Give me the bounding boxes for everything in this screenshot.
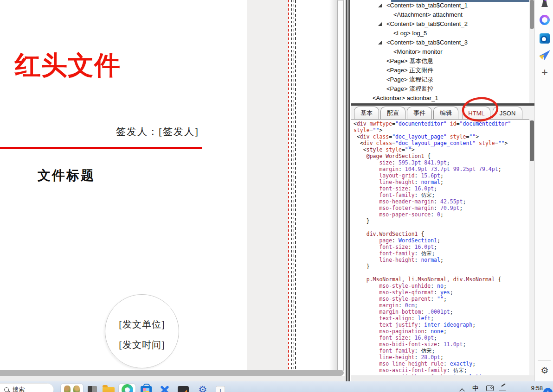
sidebar-divider xyxy=(538,360,551,360)
code-line: line-height: normal; xyxy=(354,179,528,185)
tab-事件[interactable]: 事件 xyxy=(407,107,432,119)
code-line: page: WordSection1; xyxy=(354,237,528,244)
code-line: <div mwftype="documenteditor" id="docume… xyxy=(354,120,528,127)
sidebar-settings-gear-icon[interactable]: ⚙ xyxy=(539,364,551,376)
tree-item-label: <Content> tab_tab$Content_3 xyxy=(386,38,468,47)
tab-JSON[interactable]: JSON xyxy=(493,107,522,119)
panel-bottom-strip xyxy=(351,375,534,381)
games-icon[interactable] xyxy=(539,0,551,7)
text-tool-icon[interactable]: T xyxy=(214,384,226,392)
media-app-icon[interactable] xyxy=(177,384,189,392)
drop-icon[interactable] xyxy=(539,49,551,61)
tree-item[interactable]: <Page> 正文附件 xyxy=(351,66,529,75)
code-line: mso-style-parent: ""; xyxy=(354,296,528,302)
tree-item[interactable]: <Attachment> attachment xyxy=(351,10,529,19)
code-line: margin: 104.9pt 73.7pt 99.25pt 79.4pt; xyxy=(354,166,528,172)
margin-guide-dark-dashed-2 xyxy=(295,0,296,370)
copilot-icon[interactable] xyxy=(539,14,551,26)
tree-scrollbar[interactable] xyxy=(529,0,534,103)
tree-item-label: <Page> 流程监控 xyxy=(386,84,433,94)
document-title: 文件标题 xyxy=(38,167,95,184)
expander-icon[interactable] xyxy=(378,4,382,7)
code-line: mso-header-margin: 42.55pt; xyxy=(354,198,528,205)
screen: 红头文件 签发人：[签发人] 文件标题 [发文单位] [发文时间] <Conte… xyxy=(0,0,553,392)
expander-icon[interactable] xyxy=(378,22,382,26)
tree-item[interactable]: <Actionbar> actionbar_1 xyxy=(351,94,529,103)
document-preview-pane[interactable]: 红头文件 签发人：[签发人] 文件标题 [发文单位] [发文时间] xyxy=(0,0,345,381)
tab-基本[interactable]: 基本 xyxy=(354,107,379,119)
code-line: margin-bottom: .0001pt; xyxy=(354,309,528,315)
code-line: mso-paper-source: 0; xyxy=(354,211,528,218)
code-scrollbar-thumb[interactable] xyxy=(530,120,534,161)
document-scrollbar-thumb[interactable] xyxy=(337,0,344,373)
tree-item[interactable]: <Content> tab_tab$Content_3 xyxy=(351,38,529,47)
tree-item-label: <Attachment> attachment xyxy=(393,10,463,19)
tree-scrollbar-thumb[interactable] xyxy=(530,0,534,29)
tree-item-label: <Content> tab_tab$Content_2 xyxy=(386,19,468,29)
code-line: <div class="doc_layout_page" style=""> xyxy=(354,133,528,140)
task-view-thumbnail-icon[interactable] xyxy=(61,384,83,392)
component-tree[interactable]: <Content> tab_tab$Content_1<Attachment> … xyxy=(351,0,529,103)
search-label: 搜索 xyxy=(13,386,25,392)
code-line: p.MsoNormal, li.MsoNormal, div.MsoNormal… xyxy=(354,276,528,283)
code-line: font-family: 仿宋; xyxy=(354,192,528,198)
code-line: font-family: 仿宋; xyxy=(354,250,528,257)
tree-item-label: <Monitor> monitor xyxy=(393,47,443,57)
code-scrollbar[interactable] xyxy=(529,119,534,375)
code-line: mso-style-qformat: yes; xyxy=(354,289,528,296)
pane-splitter[interactable] xyxy=(345,0,351,381)
tree-item-label: <Page> 基本信息 xyxy=(386,57,433,66)
code-line xyxy=(354,270,528,276)
code-line: layout-grid: 15.6pt; xyxy=(354,172,528,179)
code-line: font-size: 16.0pt; xyxy=(354,244,528,250)
tree-item[interactable]: <Page> 基本信息 xyxy=(351,57,529,66)
outlook-icon[interactable] xyxy=(539,32,551,44)
tree-item-label: <Page> 流程记录 xyxy=(386,75,433,84)
code-line xyxy=(354,224,528,231)
margin-guide-light-dashed xyxy=(293,0,294,370)
tree-item[interactable]: <Content> tab_tab$Content_2 xyxy=(351,19,529,29)
code-line: line-height: 28.0pt; xyxy=(354,354,528,360)
html-code-editor[interactable]: <div mwftype="documenteditor" id="docume… xyxy=(351,119,529,375)
touch-keyboard-icon[interactable] xyxy=(486,386,494,391)
dark-app-icon[interactable] xyxy=(86,384,98,392)
page-right-shadow xyxy=(329,0,337,370)
tab-编辑[interactable]: 编辑 xyxy=(433,107,458,119)
code-line: font-size: 16.0pt; xyxy=(354,185,528,192)
code-line: mso-style-unhide: no; xyxy=(354,283,528,289)
code-line: <style style=""> xyxy=(354,146,528,153)
clock[interactable]: 9:58 xyxy=(526,385,543,392)
tray-chevron-icon[interactable] xyxy=(457,384,467,392)
tree-item[interactable]: <Page> 流程记录 xyxy=(351,75,529,84)
browser-icon[interactable] xyxy=(119,384,135,392)
tree-item[interactable]: <Content> tab_tab$Content_1 xyxy=(351,1,529,10)
red-header-title: 红头文件 xyxy=(15,48,121,83)
add-sidebar-item-icon[interactable]: + xyxy=(539,66,551,78)
code-line: div.WordSection1 { xyxy=(354,231,528,237)
code-line: mso-footer-margin: 70.9pt; xyxy=(354,205,528,211)
tree-item[interactable]: <Log> log_5 xyxy=(351,29,529,38)
code-line: text-justify: inter-ideograph; xyxy=(354,322,528,328)
tab-HTML[interactable]: HTML xyxy=(463,107,490,119)
signer-line: 签发人：[签发人] xyxy=(116,125,199,138)
code-line: font-size: 16.0pt; xyxy=(354,335,528,341)
code-line: size: 595.3pt 841.9pt; xyxy=(354,159,528,166)
canvas-bottom-strip xyxy=(0,376,345,381)
blue-x-app-icon[interactable] xyxy=(159,384,171,392)
expander-icon[interactable] xyxy=(378,41,382,44)
pen-icon[interactable] xyxy=(499,386,506,391)
ime-indicator[interactable]: 中 xyxy=(472,385,479,392)
margin-guide-red-dashed xyxy=(288,0,289,370)
notification-badge[interactable]: 1 xyxy=(543,388,553,392)
page-bottom-shadow xyxy=(0,370,344,376)
tree-item[interactable]: <Page> 流程监控 xyxy=(351,84,529,94)
tab-配置[interactable]: 配置 xyxy=(380,107,405,119)
file-explorer-icon[interactable] xyxy=(103,384,115,392)
tree-item-label: <Page> 正文附件 xyxy=(386,66,433,75)
issuer-placeholder: [发文单位] xyxy=(119,318,165,331)
settings-app-icon[interactable]: ⚙ xyxy=(197,384,209,392)
taskbar-search[interactable]: 搜索 xyxy=(0,383,54,392)
microsoft-store-icon[interactable] xyxy=(140,384,152,392)
red-divider-line xyxy=(0,147,202,149)
tree-item[interactable]: <Monitor> monitor xyxy=(351,47,529,57)
